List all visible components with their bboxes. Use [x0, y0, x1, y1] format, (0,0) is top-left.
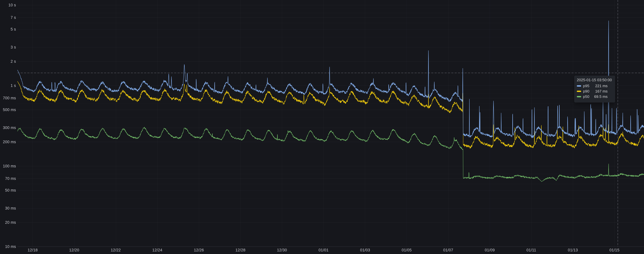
latency-timeseries-panel: 10 s7 s5 s3 s2 s1 s700 ms500 ms300 ms200… [0, 0, 644, 254]
tooltip-row: p90167 ms [577, 89, 612, 94]
x-tick-label: 01/11 [526, 248, 536, 253]
x-tick-label: 01/03 [360, 248, 370, 253]
x-tick-label: 01/13 [568, 248, 578, 253]
series-value: 221 ms [595, 84, 612, 88]
x-tick-label: 12/24 [152, 248, 162, 253]
tooltip-row: p95221 ms [577, 83, 612, 89]
x-tick-label: 12/18 [28, 248, 38, 253]
x-tick-label: 01/01 [318, 248, 328, 253]
hover-tooltip: 2025-01-15 03:50:00 p95221 msp90167 msp5… [574, 76, 615, 102]
series-value: 69.5 ms [594, 94, 613, 99]
series-value: 167 ms [595, 89, 612, 94]
tooltip-timestamp: 2025-01-15 03:50:00 [577, 78, 612, 82]
y-tick-label: 1 s [0, 83, 16, 88]
y-tick-label: 700 ms [0, 96, 16, 100]
y-tick-label: 300 ms [0, 126, 16, 130]
y-tick-label: 3 s [0, 45, 16, 49]
x-tick-label: 12/20 [69, 248, 79, 253]
tooltip-rows: p95221 msp90167 msp5069.5 ms [577, 83, 612, 99]
series-name: p90 [583, 89, 589, 94]
y-tick-label: 10 ms [0, 245, 16, 249]
y-tick-label: 500 ms [0, 108, 16, 112]
chart-canvas[interactable] [0, 0, 644, 254]
tooltip-row: p5069.5 ms [577, 94, 612, 99]
x-tick-label: 12/22 [111, 248, 121, 253]
y-tick-label: 7 s [0, 15, 16, 20]
x-tick-label: 12/26 [194, 248, 204, 253]
y-tick-label: 2 s [0, 59, 16, 64]
x-tick-label: 01/15 [610, 248, 620, 253]
series-name: p50 [583, 94, 589, 99]
y-tick-label: 30 ms [0, 206, 16, 210]
y-tick-label: 10 s [0, 3, 16, 7]
series-name: p95 [583, 84, 589, 88]
y-tick-label: 70 ms [0, 176, 16, 181]
x-tick-label: 12/30 [277, 248, 287, 253]
series-color-swatch [577, 96, 581, 97]
y-tick-label: 200 ms [0, 139, 16, 144]
y-tick-label: 5 s [0, 27, 16, 32]
series-color-swatch [577, 85, 581, 87]
y-tick-label: 20 ms [0, 220, 16, 225]
x-tick-label: 12/28 [236, 248, 246, 253]
y-tick-label: 100 ms [0, 164, 16, 168]
x-tick-label: 01/09 [485, 248, 495, 253]
y-tick-label: 50 ms [0, 188, 16, 193]
x-tick-label: 01/07 [443, 248, 453, 253]
x-tick-label: 01/05 [402, 248, 412, 253]
series-color-swatch [577, 91, 581, 92]
